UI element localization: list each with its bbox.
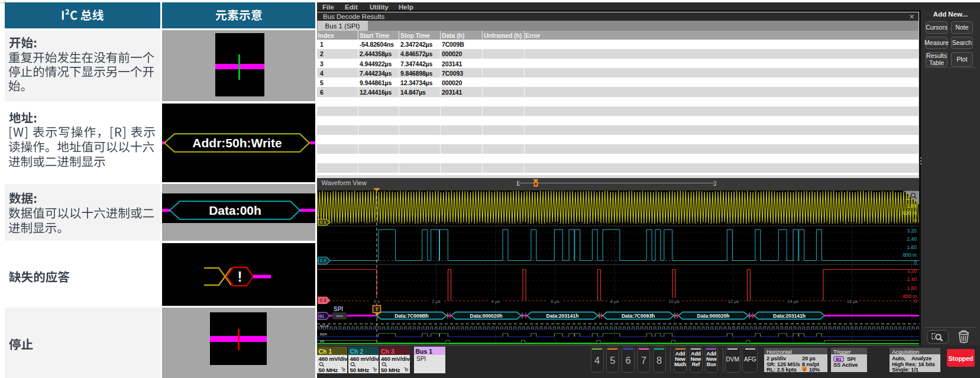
svg-text:U: U [803, 367, 806, 371]
svg-text:SCLK: SCLK [320, 324, 329, 328]
svg-text:2 µs: 2 µs [432, 298, 441, 303]
svg-text:2.40: 2.40 [907, 235, 917, 241]
svg-text:16 µs: 16 µs [847, 298, 858, 303]
svg-text:Addr:50h:Write: Addr:50h:Write [192, 136, 282, 150]
svg-text:8 µs: 8 µs [610, 298, 619, 303]
svg-text:Data:203141h: Data:203141h [773, 312, 806, 318]
svg-text:0: 0 [914, 298, 917, 303]
svg-text:T: T [375, 306, 379, 312]
svg-text:SPI: SPI [334, 305, 343, 312]
svg-text:C 2: C 2 [320, 259, 326, 263]
svg-text:SDA: SDA [320, 332, 327, 335]
svg-text:3.20: 3.20 [907, 267, 917, 273]
svg-text:1.84: 1.84 [907, 202, 917, 208]
svg-text:920 m: 920 m [903, 209, 917, 215]
svg-text:!: ! [238, 269, 242, 285]
svg-text:1.60: 1.60 [907, 244, 917, 250]
svg-text:Data:7C0093h: Data:7C0093h [622, 312, 655, 318]
svg-text:4 µs: 4 µs [491, 298, 500, 303]
svg-text:Data:203141h: Data:203141h [546, 312, 579, 318]
svg-text:0 s: 0 s [374, 298, 380, 303]
svg-text:SS: SS [320, 340, 325, 343]
svg-text:14 µs: 14 µs [787, 298, 798, 303]
svg-text:B1: B1 [319, 314, 325, 318]
svg-text:B1: B1 [836, 356, 842, 361]
svg-text:1.60: 1.60 [907, 285, 917, 290]
svg-text:Data:000020h: Data:000020h [470, 312, 503, 318]
svg-text:Data:7C009Bh: Data:7C009Bh [394, 312, 429, 318]
svg-text:C 3: C 3 [320, 298, 326, 302]
svg-text:Data:00h: Data:00h [209, 203, 261, 217]
svg-text:12 µs: 12 µs [728, 298, 739, 303]
svg-text:C 1: C 1 [320, 220, 326, 224]
svg-text:6 µs: 6 µs [551, 298, 559, 303]
svg-text:800 m: 800 m [903, 251, 917, 257]
svg-text:0: 0 [914, 259, 917, 265]
svg-text:2.40: 2.40 [907, 276, 917, 282]
svg-text:0: 0 [914, 217, 917, 223]
svg-text:Data:000020h: Data:000020h [697, 312, 730, 318]
svg-text:3.20: 3.20 [907, 227, 917, 233]
svg-text:10 µs: 10 µs [668, 298, 680, 303]
